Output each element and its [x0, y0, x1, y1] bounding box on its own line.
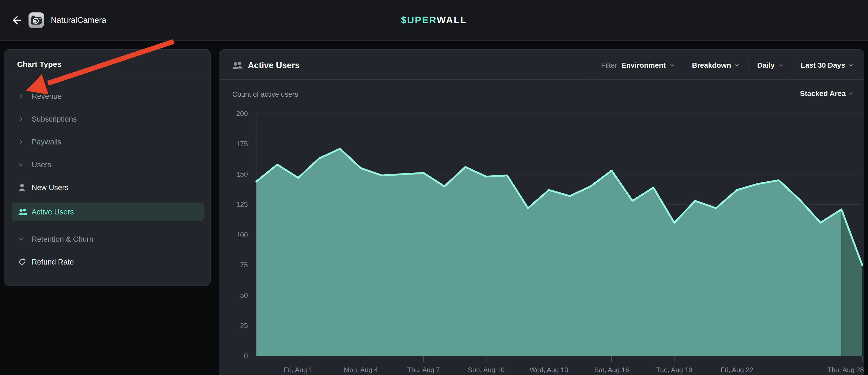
sidebar-item-label: Revenue: [32, 92, 62, 101]
y-axis-label: 75: [240, 261, 248, 269]
y-axis-label: 175: [236, 140, 248, 148]
sidebar-item-label: Subscriptions: [32, 115, 77, 123]
sidebar-title: Chart Types: [4, 50, 211, 69]
stacked-area-chart[interactable]: 0255075100125150175200Fri, Aug 1Mon, Aug…: [219, 50, 864, 375]
people-icon: [18, 208, 28, 216]
sidebar-item-retention-churn[interactable]: Retention & Churn: [12, 231, 204, 247]
x-axis-label: Thu, Aug 28: [828, 366, 864, 374]
camera-app-icon: [29, 12, 44, 28]
chevron-right-icon: [18, 139, 28, 145]
x-axis-label: Fri, Aug 1: [284, 366, 313, 374]
chart-types-sidebar: Chart Types Revenue Subscriptions Paywal…: [4, 49, 211, 286]
y-axis-label: 25: [240, 322, 248, 330]
x-axis-label: Wed, Aug 13: [530, 366, 568, 374]
app-name: NaturalCamera: [51, 15, 106, 25]
sidebar-item-paywalls[interactable]: Paywalls: [12, 134, 204, 150]
y-axis-label: 0: [244, 352, 248, 360]
top-bar: NaturalCamera $UPERWALL: [0, 0, 868, 41]
x-axis-label: Fri, Aug 22: [721, 366, 753, 374]
sidebar-item-label: Active Users: [32, 208, 74, 216]
x-axis-label: Thu, Aug 7: [407, 366, 440, 374]
x-axis-label: Mon, Aug 4: [344, 366, 378, 374]
x-axis-label: Sat, Aug 16: [594, 366, 629, 374]
active-users-panel: Active Users Filter Environment Breakdow…: [219, 49, 864, 375]
y-axis-label: 100: [236, 231, 248, 239]
y-axis-label: 200: [236, 110, 248, 118]
sidebar-item-refund-rate[interactable]: Refund Rate: [12, 254, 204, 270]
back-button[interactable]: [9, 13, 23, 27]
sidebar-item-users[interactable]: Users: [12, 157, 204, 173]
chevron-right-icon: [18, 116, 28, 122]
superwall-logo-prefix: $UPER: [401, 15, 437, 25]
sidebar-nav: Revenue Subscriptions Paywalls Users: [4, 79, 211, 270]
sidebar-item-subscriptions[interactable]: Subscriptions: [12, 111, 204, 127]
person-icon: [18, 183, 28, 192]
refresh-icon: [18, 258, 28, 266]
dashboard-page: NaturalCamera $UPERWALL Chart Types Reve…: [0, 0, 868, 375]
chevron-down-icon: [18, 236, 28, 242]
area-series: [256, 149, 841, 356]
y-axis-label: 50: [240, 291, 248, 299]
y-axis-label: 150: [236, 170, 248, 178]
sidebar-item-new-users[interactable]: New Users: [12, 180, 204, 195]
y-axis-label: 125: [236, 201, 248, 209]
chevron-right-icon: [18, 93, 28, 99]
sidebar-item-label: Paywalls: [32, 138, 61, 146]
chevron-down-icon: [18, 162, 28, 167]
sidebar-item-label: Users: [32, 160, 51, 169]
area-series-incomplete: [841, 209, 862, 356]
x-axis-label: Sun, Aug 10: [468, 366, 505, 374]
x-axis-label: Tue, Aug 19: [656, 366, 692, 374]
sidebar-item-label: New Users: [32, 183, 68, 192]
sidebar-item-label: Retention & Churn: [32, 235, 94, 244]
superwall-logo-suffix: WALL: [437, 15, 467, 25]
sidebar-item-active-users[interactable]: Active Users: [12, 202, 204, 221]
sidebar-item-label: Refund Rate: [32, 258, 74, 266]
sidebar-item-revenue[interactable]: Revenue: [12, 88, 204, 104]
superwall-logo: $UPERWALL: [401, 15, 467, 26]
back-arrow-icon: [10, 14, 22, 26]
